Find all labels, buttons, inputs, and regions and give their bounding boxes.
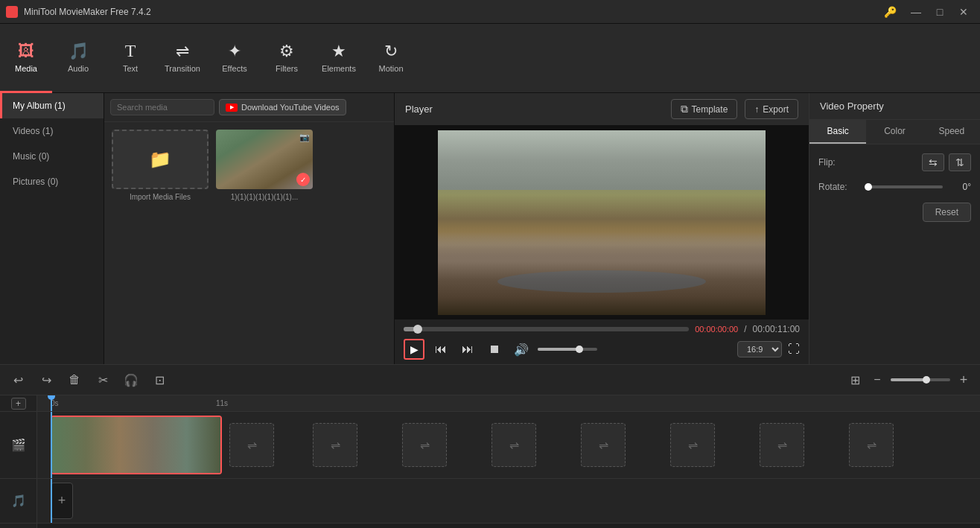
template-button[interactable]: ⧉ Template (671, 99, 738, 119)
video-display (395, 126, 809, 319)
timeline-crop-button[interactable]: ⊡ (149, 369, 170, 390)
maximize-button[interactable]: □ (929, 4, 950, 19)
fast-forward-button[interactable]: ⏭ (457, 339, 478, 360)
timeline-delete-button[interactable]: 🗑 (64, 369, 85, 390)
timeline-audio-button[interactable]: 🎧 (121, 369, 141, 390)
transition-slot-7[interactable]: ⇌ (760, 423, 804, 467)
playhead (51, 395, 52, 411)
zoom-in-button[interactable]: + (955, 371, 973, 389)
playhead-audio (51, 479, 52, 523)
import-media-label: Import Media Files (130, 193, 191, 201)
export-icon: ↑ (754, 104, 759, 115)
video-clip[interactable] (51, 416, 222, 474)
player-controls: 00:00:00:00 / 00:00:11:00 ▶ ⏮ ⏭ ⏹ 🔊 (395, 319, 809, 364)
volume-slider[interactable] (538, 348, 597, 351)
fullscreen-button[interactable]: ⛶ (788, 343, 800, 356)
import-media-thumb[interactable]: 📁 Import Media Files (112, 130, 209, 201)
timeline-undo-button[interactable]: ↩ (7, 369, 28, 390)
toolbar-item-text[interactable]: T Text (104, 24, 156, 93)
progress-bar[interactable] (404, 327, 689, 331)
media-icon: 🖼 (18, 42, 34, 61)
transition-slot-1[interactable]: ⇌ (229, 423, 274, 467)
stop-button[interactable]: ⏹ (484, 339, 505, 360)
toolbar-item-motion[interactable]: ↻ Motion (365, 24, 417, 93)
zoom-fit-button[interactable]: ⊞ (846, 371, 864, 389)
tab-speed[interactable]: Speed (923, 120, 980, 144)
toolbar-item-elements[interactable]: ★ Elements (313, 24, 365, 93)
toolbar-item-media[interactable]: 🖼 Media (0, 24, 52, 93)
timeline-cut-button[interactable]: ✂ (92, 369, 113, 390)
transition-slot-3[interactable]: ⇌ (402, 423, 447, 467)
transition-slot-2[interactable]: ⇌ (313, 423, 357, 467)
toolbar-item-effects[interactable]: ✦ Effects (209, 24, 261, 93)
timeline-area: ↩ ↪ 🗑 ✂ 🎧 ⊡ ⊞ − + (0, 364, 980, 528)
video-media-label: 1)(1)(1)(1)(1)(1)(1)... (231, 193, 299, 201)
rotate-slider[interactable] (868, 185, 943, 188)
sidebar-item-pictures[interactable]: Pictures (0) (0, 169, 104, 194)
export-label: Export (763, 104, 789, 115)
add-audio-button[interactable]: + (51, 483, 73, 519)
sidebar-item-videos[interactable]: Videos (1) (0, 118, 104, 144)
sidebar-item-music[interactable]: Music (0) (0, 144, 104, 169)
sidebar-item-my-album[interactable]: My Album (1) (0, 93, 104, 118)
flip-horizontal-button[interactable]: ⇆ (922, 153, 944, 171)
download-label: Download YouTube Videos (241, 103, 340, 112)
zoom-slider[interactable] (891, 378, 950, 381)
timeline-tracks-icons: + 🎬 🎵 (0, 395, 37, 528)
transition-slot-6[interactable]: ⇌ (670, 423, 715, 467)
rotate-label: Rotate: (818, 182, 847, 192)
controls-row: ▶ ⏮ ⏭ ⏹ 🔊 16:9 ⛶ (404, 339, 800, 360)
add-track-button[interactable]: + (11, 398, 26, 410)
video-clip-thumbnail (52, 417, 220, 473)
effects-icon: ✦ (228, 42, 241, 61)
flip-label: Flip: (818, 157, 836, 168)
toolbar-item-filters[interactable]: ⚙ Filters (261, 24, 313, 93)
aspect-ratio-select[interactable]: 16:9 (737, 341, 782, 357)
reset-button[interactable]: Reset (923, 203, 971, 222)
toolbar: 🖼 Media 🎵 Audio T Text ⇌ Transition ✦ Ef… (0, 24, 980, 93)
toolbar-label-media: Media (15, 64, 37, 73)
toolbar-label-effects: Effects (222, 64, 246, 73)
elements-icon: ★ (331, 42, 346, 61)
volume-thumb (576, 346, 583, 353)
search-input[interactable] (110, 99, 214, 115)
toolbar-label-filters: Filters (276, 64, 298, 73)
video-track-icon-row: 🎬 (0, 412, 36, 479)
filters-icon: ⚙ (279, 42, 294, 61)
transition-slot-4[interactable]: ⇌ (491, 423, 536, 467)
youtube-icon (226, 104, 238, 112)
timeline-redo-button[interactable]: ↪ (36, 369, 57, 390)
video-thumb-img: 📷 ✓ (216, 130, 313, 189)
property-title: Video Property (809, 93, 980, 120)
toolbar-item-audio[interactable]: 🎵 Audio (52, 24, 104, 93)
close-button[interactable]: ✕ (953, 4, 974, 19)
rewind-button[interactable]: ⏮ (430, 339, 451, 360)
transition-slot-8[interactable]: ⇌ (849, 423, 894, 467)
timeline-content: + 🎬 🎵 0s (0, 395, 980, 528)
media-search-bar: Download YouTube Videos (104, 93, 394, 122)
video-track-row: ⇌ ⇌ ⇌ ⇌ ⇌ ⇌ ⇌ ⇌ (37, 412, 980, 479)
flip-vertical-button[interactable]: ⇅ (949, 153, 971, 171)
tab-color[interactable]: Color (866, 120, 923, 144)
player-title: Player (405, 104, 433, 115)
volume-button[interactable]: 🔊 (511, 339, 532, 360)
content-area: 🖼 Media 🎵 Audio T Text ⇌ Transition ✦ Ef… (0, 24, 980, 528)
minimize-button[interactable]: — (906, 4, 926, 19)
export-button[interactable]: ↑ Export (745, 99, 798, 119)
flip-controls: ⇆ ⇅ (922, 153, 971, 171)
timeline-tracks: 0s 11s ⇌ ⇌ ⇌ ⇌ (37, 395, 980, 528)
transition-slot-5[interactable]: ⇌ (581, 423, 626, 467)
toolbar-item-transition[interactable]: ⇌ Transition (156, 24, 209, 93)
play-button[interactable]: ▶ (404, 339, 424, 360)
zoom-out-button[interactable]: − (868, 371, 886, 389)
download-youtube-button[interactable]: Download YouTube Videos (219, 99, 346, 115)
media-content: Download YouTube Videos 📁 Import Media F… (104, 93, 395, 364)
rotate-controls: 0° (868, 182, 971, 192)
window-controls: — □ ✕ (906, 4, 974, 19)
template-icon: ⧉ (681, 103, 688, 115)
tab-basic[interactable]: Basic (809, 120, 866, 144)
player-area: Player ⧉ Template ↑ Export (395, 93, 809, 364)
video-media-thumb[interactable]: 📷 ✓ 1)(1)(1)(1)(1)(1)(1)... (216, 130, 313, 201)
progress-thumb (413, 325, 422, 334)
import-folder-icon: 📁 (149, 149, 171, 170)
